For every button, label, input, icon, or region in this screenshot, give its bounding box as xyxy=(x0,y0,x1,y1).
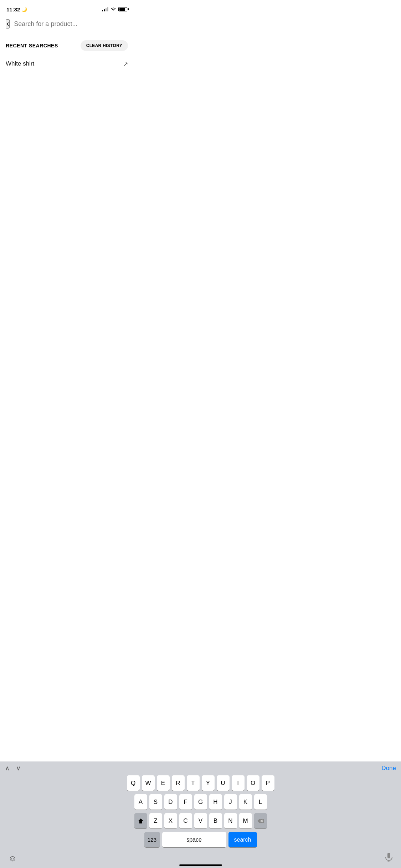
search-input[interactable] xyxy=(14,20,128,28)
recent-searches-header: RECENT SEARCHES CLEAR HISTORY xyxy=(0,33,134,56)
search-header: ‹ xyxy=(0,16,134,33)
signal-icon xyxy=(102,7,108,11)
history-item-text: White shirt xyxy=(6,60,34,67)
status-time: 11:32 🌙 xyxy=(6,6,27,12)
history-item[interactable]: White shirt ↗ xyxy=(0,56,134,72)
clear-history-button[interactable]: CLEAR HISTORY xyxy=(81,40,128,51)
back-button[interactable]: ‹ xyxy=(6,19,10,29)
battery-icon xyxy=(118,7,127,11)
arrow-up-left-icon: ↗ xyxy=(123,61,128,67)
recent-searches-label: RECENT SEARCHES xyxy=(6,43,58,48)
status-bar: 11:32 🌙 xyxy=(0,0,134,16)
wifi-icon xyxy=(110,7,116,12)
status-icons xyxy=(102,7,127,12)
moon-icon: 🌙 xyxy=(21,7,27,12)
